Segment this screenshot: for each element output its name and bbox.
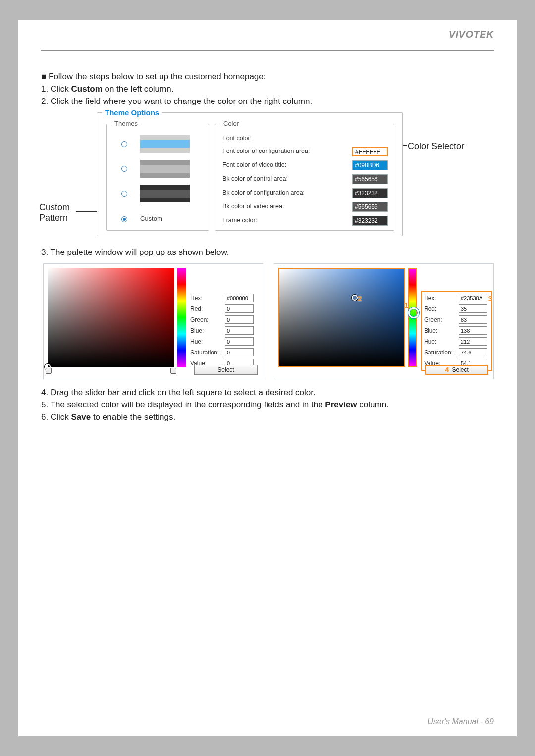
color-value-input[interactable]: #098BD6 [352,160,388,170]
sv-area-2[interactable]: 2 [278,268,405,367]
color-row-4: Bk color of configuration area:#323232 [222,187,388,200]
palette-field-input-hue[interactable] [225,337,254,346]
color-row-3: Bk color of control area:#565656 [222,173,388,186]
palette-field-row: Red: [190,303,262,314]
theme-custom-label: Custom [140,214,162,223]
palette-field-input-green[interactable] [225,315,254,324]
sv-black-overlay [48,268,174,367]
theme-option-2[interactable] [116,158,201,181]
select-button-1[interactable]: Select [194,365,258,375]
step-1: 1. Click Custom on the left column. [41,84,494,95]
palette-field-label: Hex: [190,294,223,302]
color-row-label: Bk color of configuration area: [222,189,352,197]
palette-field-input-hue[interactable] [459,337,487,346]
theme-option-1[interactable] [116,133,201,156]
palette-field-label: Blue: [190,327,223,335]
footer-page-number: 69 [485,717,494,726]
hue-bar-2[interactable] [408,268,417,367]
step1-pre: 1. Click [41,84,71,94]
palette-field-input-saturation[interactable] [459,348,487,356]
palette-field-input-hex[interactable] [459,294,487,302]
color-row-label: Frame color: [222,216,352,225]
color-row-2: Font color of video title:#098BD6 [222,159,388,172]
after-steps: 4. Drag the slider bar and click on the … [41,387,494,423]
s5-pre: 5. The selected color will be displayed … [41,400,325,409]
page-header: VIVOTEK [41,20,494,51]
palette-field-label: Hue: [424,338,457,346]
step-5: 5. The selected color will be displayed … [41,400,494,411]
color-row-6: Frame color:#323232 [222,214,388,227]
palette-field-label: Saturation: [190,349,223,356]
palette-field-label: Green: [424,316,457,324]
select-button-2[interactable]: 4 Select [425,365,488,375]
palette-field-label: Green: [190,316,223,324]
color-value-input[interactable]: #FFFFFF [352,147,388,156]
step-2: 2. Click the field where you want to cha… [41,96,494,107]
palette-field-input-saturation[interactable] [225,348,254,356]
palette-field-label: Saturation: [424,349,457,356]
palette-field-row: Green: [190,314,262,325]
s5-bold: Preview [325,400,357,409]
s6-pre: 6. Click [41,412,71,422]
palette-field-input-red[interactable] [225,304,254,313]
fieldset-color: Color Font color:Font color of configura… [215,124,394,231]
palette-field-label: Hue: [190,338,223,346]
color-row-label: Font color: [222,134,388,143]
palette-field-row: Blue: [190,325,262,336]
badge-3: 3 [488,294,492,303]
color-row-1: Font color of configuration area:#FFFFFF [222,145,388,158]
palette-field-input-blue[interactable] [225,326,254,335]
color-row-label: Font color of configuration area: [222,147,352,155]
palette-field-row: Hue: [190,336,262,347]
color-row-0: Font color: [222,132,388,145]
color-value-input[interactable]: #565656 [352,202,388,212]
palette-field-row: Blue: [424,325,489,336]
palette-field-row: Green: [424,314,489,325]
intro-bullet: ■ Follow the steps below to set up the c… [41,71,494,83]
palette-field-input-red[interactable] [459,304,487,313]
theme-thumb-1 [140,135,190,153]
value-column-2: Hex:Red:Green:Blue:Hue:Saturation:Value: [421,291,492,371]
palette-field-row: Hex: [424,293,489,303]
color-value-input[interactable]: #323232 [352,188,388,198]
badge-2: 2 [358,294,362,303]
radio-icon[interactable] [121,166,127,172]
radio-icon[interactable] [121,141,127,147]
palette-field-input-green[interactable] [459,315,487,324]
radio-icon-checked[interactable] [121,216,127,222]
fieldset-themes: Themes [106,124,209,231]
theme-thumb-2 [140,160,190,178]
palette-figures: Hex:Red:Green:Blue:Hue:Saturation:Value:… [43,263,494,379]
step-4: 4. Drag the slider bar and click on the … [41,387,494,399]
sv-cursor-2[interactable] [352,295,358,301]
intro-block: ■ Follow the steps below to set up the c… [41,71,494,107]
color-value-input[interactable]: #565656 [352,174,388,184]
s6-post: to enable the settings. [91,412,175,422]
sv-area-1[interactable] [48,268,174,367]
callout-color-selector: Color Selector [408,140,464,152]
theme-option-custom[interactable]: Custom [116,208,201,231]
palette-field-label: Red: [424,305,457,313]
palette-field-label: Red: [190,305,223,313]
radio-icon[interactable] [121,191,127,197]
slider-knob-left[interactable] [46,368,52,374]
palette-field-row: Red: [424,303,489,314]
theme-option-3[interactable] [116,183,201,205]
badge-1: 1 [404,301,408,310]
hue-cursor-2[interactable] [408,307,419,318]
callout-custom-pattern-text: Custom Pattern [39,202,70,223]
color-value-input[interactable]: #323232 [352,216,388,226]
hue-bar-1[interactable] [177,268,186,367]
theme-thumb-3 [140,185,190,202]
step-3: 3. The palette window will pop up as sho… [41,247,494,258]
footer: User's Manual - 69 [428,717,494,726]
s6-bold: Save [71,412,91,422]
step1-post: on the left column. [103,84,174,94]
value-column-1: Hex:Red:Green:Blue:Hue:Saturation:Value: [190,293,262,369]
s5-post: column. [357,400,389,409]
palette-field-input-hex[interactable] [225,294,254,302]
select-button-2-label: Select [452,366,468,374]
slider-track-1[interactable] [48,370,174,373]
slider-knob-right[interactable] [170,368,176,374]
palette-field-input-blue[interactable] [459,326,487,335]
